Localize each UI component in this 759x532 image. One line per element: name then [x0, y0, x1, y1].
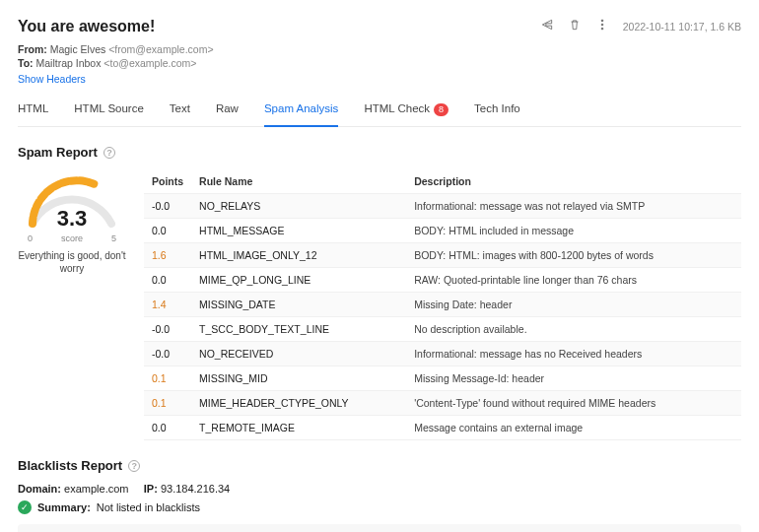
blacklists-title: Blacklists Report ?	[18, 458, 741, 473]
to-label: To:	[18, 57, 34, 69]
forward-icon[interactable]	[540, 18, 554, 34]
ip-label: IP:	[144, 483, 158, 495]
tab-tech-info[interactable]: Tech Info	[474, 102, 520, 126]
tab-html[interactable]: HTML	[18, 102, 48, 126]
rule-cell: MIME_HEADER_CTYPE_ONLY	[191, 391, 406, 416]
desc-cell: Missing Message-Id: header	[406, 366, 741, 391]
tab-raw[interactable]: Raw	[216, 102, 239, 126]
from-name: Magic Elves	[50, 43, 106, 55]
points-cell: 0.0	[144, 219, 191, 243]
from-line: From: Magic Elves <from@example.com>	[18, 43, 741, 55]
from-addr: <from@example.com>	[108, 43, 213, 55]
table-row: -0.0NO_RELAYSInformational: message was …	[144, 194, 741, 219]
points-cell: 0.1	[144, 366, 191, 391]
tab-html-check[interactable]: HTML Check8	[364, 102, 448, 126]
spam-rules-table: Points Rule Name Description -0.0NO_RELA…	[144, 169, 741, 440]
tab-spam-analysis[interactable]: Spam Analysis	[264, 102, 338, 126]
points-cell: -0.0	[144, 317, 191, 342]
ip-value: 93.184.216.34	[161, 483, 230, 495]
desc-cell: No description available.	[406, 317, 741, 342]
to-name: Mailtrap Inbox	[35, 57, 101, 69]
blacklist-summary: ✓ Summary: Not listed in blacklists	[18, 500, 741, 514]
spam-report-body: 3.3 0 score 5 Everything is good, don't …	[18, 169, 741, 440]
rule-cell: HTML_MESSAGE	[191, 219, 406, 243]
svg-point-1	[601, 24, 603, 26]
table-row: 1.4MISSING_DATEMissing Date: header	[144, 293, 741, 317]
rule-cell: MISSING_DATE	[191, 293, 406, 317]
col-points: Points	[144, 169, 191, 194]
points-cell: 0.1	[144, 391, 191, 416]
score-message: Everything is good, don't worry	[18, 249, 126, 275]
header-actions: 2022-10-11 10:17, 1.6 KB	[540, 18, 741, 34]
domain-label: Domain:	[18, 483, 61, 495]
check-icon: ✓	[18, 500, 32, 514]
email-header: You are awesome! 2022-10-11 10:17, 1.6 K…	[18, 18, 741, 35]
desc-cell: RAW: Quoted-printable line longer than 7…	[406, 268, 741, 293]
rule-cell: MISSING_MID	[191, 366, 406, 391]
kebab-icon[interactable]	[595, 18, 609, 34]
points-cell: -0.0	[144, 194, 191, 219]
rule-cell: NO_RELAYS	[191, 194, 406, 219]
points-cell: 1.4	[144, 293, 191, 317]
col-rule: Rule Name	[191, 169, 406, 194]
svg-point-0	[601, 20, 603, 22]
rule-cell: T_SCC_BODY_TEXT_LINE	[191, 317, 406, 342]
from-label: From:	[18, 43, 47, 55]
domain-value: example.com	[64, 483, 128, 495]
blacklist-meta: Domain: example.com IP: 93.184.216.34	[18, 483, 741, 495]
desc-cell: Message contains an external image	[406, 416, 741, 440]
desc-cell: 'Content-Type' found without required MI…	[406, 391, 741, 416]
help-icon[interactable]: ?	[104, 147, 115, 159]
desc-cell: BODY: HTML included in message	[406, 219, 741, 243]
email-subject: You are awesome!	[18, 18, 155, 35]
table-row: -0.0NO_RECEIVEDInformational: message ha…	[144, 342, 741, 366]
desc-cell: Informational: message has no Received h…	[406, 342, 741, 366]
desc-cell: Missing Date: header	[406, 293, 741, 317]
desc-cell: Informational: message was not relayed v…	[406, 194, 741, 219]
rule-cell: T_REMOTE_IMAGE	[191, 416, 406, 440]
table-row: 0.0HTML_MESSAGEBODY: HTML included in me…	[144, 219, 741, 243]
tab-text[interactable]: Text	[170, 102, 190, 126]
rule-cell: NO_RECEIVED	[191, 342, 406, 366]
blacklist-grid-box: BACKSCATTERER:Not ListedBARRACUDA:Not Li…	[18, 524, 741, 532]
desc-cell: BODY: HTML: images with 800-1200 bytes o…	[406, 243, 741, 268]
summary-label: Summary:	[37, 501, 91, 513]
table-row: 0.0MIME_QP_LONG_LINERAW: Quoted-printabl…	[144, 268, 741, 293]
svg-point-2	[601, 28, 603, 30]
points-cell: 0.0	[144, 416, 191, 440]
points-cell: 0.0	[144, 268, 191, 293]
tab-html-source[interactable]: HTML Source	[74, 102, 144, 126]
html-check-badge: 8	[434, 103, 448, 116]
points-cell: 1.6	[144, 243, 191, 268]
table-row: 0.0T_REMOTE_IMAGEMessage contains an ext…	[144, 416, 741, 440]
rule-cell: HTML_IMAGE_ONLY_12	[191, 243, 406, 268]
summary-value: Not listed in blacklists	[97, 501, 200, 513]
table-row: -0.0T_SCC_BODY_TEXT_LINENo description a…	[144, 317, 741, 342]
col-desc: Description	[406, 169, 741, 194]
score-gauge-block: 3.3 0 score 5 Everything is good, don't …	[18, 169, 126, 275]
table-row: 1.6HTML_IMAGE_ONLY_12BODY: HTML: images …	[144, 243, 741, 268]
tab-bar: HTML HTML Source Text Raw Spam Analysis …	[18, 102, 741, 127]
to-line: To: Mailtrap Inbox <to@example.com>	[18, 57, 741, 69]
table-row: 0.1MISSING_MIDMissing Message-Id: header	[144, 366, 741, 391]
score-scale: 0 score 5	[28, 233, 116, 243]
points-cell: -0.0	[144, 342, 191, 366]
email-timestamp: 2022-10-11 10:17, 1.6 KB	[623, 21, 741, 33]
show-headers-link[interactable]: Show Headers	[18, 73, 741, 85]
table-row: 0.1MIME_HEADER_CTYPE_ONLY'Content-Type' …	[144, 391, 741, 416]
rule-cell: MIME_QP_LONG_LINE	[191, 268, 406, 293]
spam-report-title: Spam Report ?	[18, 145, 741, 160]
to-addr: <to@example.com>	[104, 57, 196, 69]
help-icon[interactable]: ?	[128, 460, 140, 472]
trash-icon[interactable]	[568, 18, 582, 34]
